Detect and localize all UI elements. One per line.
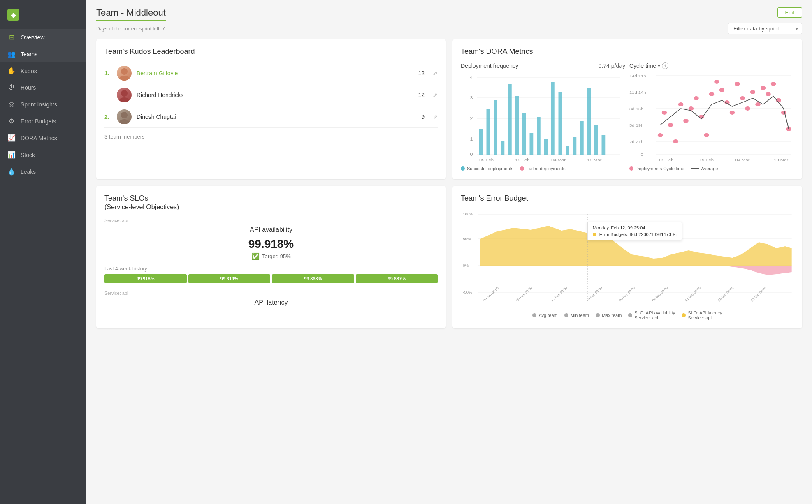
tooltip-date: Monday, Feb 12, 09:25:04 (593, 225, 677, 230)
page-header: Team - Middleout Edit (96, 7, 802, 21)
kudos-score-1: 12 (418, 70, 425, 76)
kudos-score-2: 12 (418, 92, 425, 98)
top-grid: Team's Kudos Leaderboard 1. Bertram Gilf… (96, 39, 802, 179)
svg-rect-33 (602, 135, 606, 155)
svg-text:100%: 100% (463, 212, 473, 216)
svg-point-51 (662, 111, 667, 115)
svg-text:05 Feb: 05 Feb (659, 158, 674, 162)
svg-point-50 (658, 133, 663, 137)
svg-text:05 Feb 00:00: 05 Feb 00:00 (515, 286, 533, 303)
sidebar-item-label: Kudos (21, 68, 37, 74)
kudos-arrow-1: ⇗ (433, 70, 438, 76)
edit-button[interactable]: Edit (777, 7, 802, 18)
svg-point-74 (781, 111, 786, 115)
history-label-1: Last 4-week history: (104, 266, 438, 272)
svg-rect-29 (573, 137, 577, 155)
teams-icon: 👥 (7, 50, 16, 58)
svg-point-52 (668, 123, 673, 127)
svg-text:0: 0 (641, 153, 644, 157)
svg-text:2d 21h: 2d 21h (629, 140, 643, 144)
success-dot (461, 166, 465, 171)
error-budget-legend: Avg team Min team Max team SLO: API avai… (461, 310, 794, 320)
avg-team-dot (532, 313, 536, 317)
kudos-card: Team's Kudos Leaderboard 1. Bertram Gilf… (96, 39, 446, 179)
svg-point-1 (119, 76, 129, 81)
history-bar-2: 99.619% (188, 274, 271, 283)
legend-max-team-label: Max team (602, 313, 622, 318)
max-team-dot (596, 313, 600, 317)
dora-metrics-icon: 📈 (7, 134, 16, 142)
cycle-label: Cycle time (629, 62, 656, 69)
error-budget-tooltip: Monday, Feb 12, 09:25:04 Error Budgets: … (587, 222, 682, 240)
svg-point-5 (119, 119, 129, 124)
sidebar-item-hours[interactable]: ⏱ Hours (0, 79, 86, 96)
sidebar-item-leaks[interactable]: 💧 Leaks (0, 163, 86, 180)
svg-text:0: 0 (470, 152, 473, 157)
error-budget-chart: Monday, Feb 12, 09:25:04 Error Budgets: … (461, 209, 794, 308)
svg-text:19 Feb: 19 Feb (515, 158, 530, 162)
svg-text:18 Mar 00:00: 18 Mar 00:00 (717, 286, 735, 303)
sprint-days: Days of the current sprint left: 7 (96, 26, 165, 32)
legend-slo-availability-label: SLO: API availabilityService: api (634, 310, 675, 320)
sidebar-item-overview[interactable]: ⊞ Overview (0, 29, 86, 46)
sidebar-item-error-budgets[interactable]: ⚙ Error Budgets (0, 113, 86, 129)
cycle-info-icon[interactable]: ℹ (662, 62, 668, 69)
sidebar-item-stock[interactable]: 📊 Stock (0, 146, 86, 163)
legend-slo-latency-label: SLO: API latencyService: api (688, 310, 722, 320)
avatar-1 (117, 66, 132, 81)
kudos-row-2: · Richard Hendricks 12 ⇗ (104, 84, 438, 106)
svg-text:5d 19h: 5d 19h (629, 123, 643, 127)
cycle-header: Cycle time ▾ ℹ (629, 62, 668, 69)
kudos-icon: ✋ (7, 67, 16, 75)
svg-point-69 (755, 102, 761, 106)
svg-rect-18 (494, 100, 497, 155)
cycle-dropdown-icon[interactable]: ▾ (658, 63, 660, 69)
svg-text:18 Mar: 18 Mar (774, 158, 789, 162)
history-bar-1: 99.918% (104, 274, 187, 283)
svg-text:19 Feb: 19 Feb (699, 158, 714, 162)
svg-rect-24 (537, 117, 541, 155)
legend-max-team: Max team (596, 310, 622, 320)
sidebar-item-dora-metrics[interactable]: 📈 DORA Metrics (0, 129, 86, 146)
svg-point-65 (735, 82, 740, 86)
failed-dot (520, 166, 524, 171)
sidebar-item-teams[interactable]: 👥 Teams (0, 46, 86, 62)
service-label-1: Service: api (104, 218, 438, 223)
svg-text:50%: 50% (463, 237, 471, 241)
slo-value-1: 99.918% (104, 238, 438, 251)
avatar-2 (117, 88, 132, 102)
svg-point-3 (119, 97, 129, 102)
sidebar-item-sprint-insights[interactable]: ◎ Sprint Insights (0, 96, 86, 113)
svg-rect-22 (522, 113, 526, 155)
filter-select[interactable]: Filter data by sprint (728, 23, 802, 34)
deployment-legend: Succesful deployments Failed deployments (461, 166, 625, 171)
svg-rect-20 (508, 84, 512, 155)
history-bar-4: 99.687% (356, 274, 438, 283)
svg-rect-17 (487, 109, 490, 155)
kudos-score-3: 9 (421, 113, 425, 120)
cycle-chart: 14d 11h 11d 14h 8d 16h 5d 19h 2d 21h 0 (629, 72, 794, 162)
dora-card-title: Team's DORA Metrics (461, 47, 794, 56)
deployment-chart: 4 3 2 1 0 (461, 72, 625, 162)
logo-icon: ◈ (7, 9, 19, 21)
overview-icon: ⊞ (7, 33, 16, 41)
deployment-label: Deployment frequency (461, 62, 518, 69)
svg-rect-23 (530, 133, 534, 155)
svg-rect-19 (501, 141, 505, 155)
tooltip-value: Error Budgets: 96.82230713981173 % (593, 232, 677, 237)
svg-text:25 Mar 00:00: 25 Mar 00:00 (750, 286, 768, 303)
stock-icon: 📊 (7, 151, 16, 159)
svg-point-70 (761, 86, 766, 90)
deployment-chart-section: Deployment frequency 0.74 p/day 4 3 2 1 … (461, 62, 625, 171)
kudos-name-3: Dinesh Chugtai (137, 113, 416, 120)
sidebar-item-label: Teams (21, 51, 37, 58)
svg-text:4: 4 (470, 75, 473, 80)
slo-latency-dot (682, 313, 686, 317)
kudos-rank-3: 2. (104, 113, 112, 120)
svg-point-72 (771, 82, 776, 86)
svg-text:2: 2 (470, 116, 473, 121)
sidebar-item-kudos[interactable]: ✋ Kudos (0, 62, 86, 79)
avatar-3 (117, 109, 132, 124)
history-bars-1: 99.918% 99.619% 99.868% 99.687% (104, 274, 438, 283)
svg-rect-26 (551, 82, 555, 155)
